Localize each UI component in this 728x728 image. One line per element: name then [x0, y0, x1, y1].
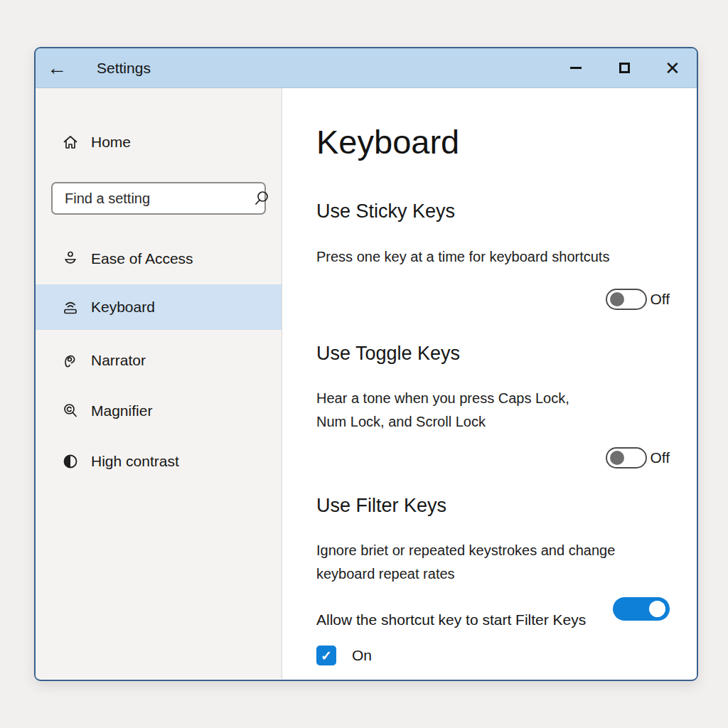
toggle-keys-toggle[interactable]: Off [606, 447, 670, 469]
sidebar-item-narrator[interactable]: Narrator [36, 342, 282, 379]
search-box[interactable] [51, 182, 266, 215]
filter-keys-description: Ignore briet or repeated keystrokes and … [316, 539, 656, 586]
sidebar-item-label: Ease of Access [91, 250, 193, 267]
main-content: Keyboard Use Sticky Keys Press one key a… [282, 88, 697, 679]
sidebar-item-label: Magnifier [91, 402, 152, 419]
home-icon [61, 133, 80, 151]
page-title: Keyboard [316, 122, 459, 161]
sidebar-item-label: High contrast [91, 453, 179, 470]
back-arrow-icon: ← [47, 57, 67, 79]
window-title: Settings [97, 60, 151, 77]
search-icon [253, 190, 270, 207]
toggle-state-label: Off [650, 449, 670, 466]
sidebar-item-label: Home [91, 134, 131, 151]
sticky-keys-toggle[interactable]: Off [606, 289, 670, 310]
high-contrast-icon [61, 452, 80, 471]
maximize-icon [619, 63, 630, 73]
magnifier-icon [61, 402, 80, 420]
sidebar-item-home[interactable]: Home [36, 124, 282, 161]
window-controls: ✕ [566, 58, 697, 78]
ease-of-access-icon [61, 250, 80, 268]
sidebar-item-label: Keyboard [91, 299, 155, 316]
toggle-knob [610, 451, 624, 465]
sidebar-item-keyboard[interactable]: Keyboard [36, 284, 282, 330]
minimize-button[interactable] [566, 58, 586, 78]
filter-keys-heading: Use Filter Keys [316, 495, 446, 517]
toggle-keys-heading: Use Toggle Keys [316, 343, 460, 365]
narrator-icon [61, 351, 80, 370]
close-icon: ✕ [665, 59, 680, 77]
checkbox-label: On [352, 647, 372, 664]
toggle-state-label: Off [650, 291, 670, 308]
toggle-knob [610, 292, 624, 306]
sticky-keys-heading: Use Sticky Keys [316, 200, 455, 223]
filter-keys-shortcut-label: Allow the shortcut key to start Filter K… [316, 611, 586, 628]
settings-window: ← Settings ✕ H [34, 47, 698, 681]
toggle-track [606, 447, 647, 469]
close-button[interactable]: ✕ [663, 58, 682, 78]
sidebar: Home Eas [36, 88, 282, 679]
sticky-keys-description: Press one key at a time for keyboard sho… [316, 245, 609, 269]
toggle-keys-description: Hear a tone when you press Caps Lock, Nu… [316, 387, 578, 434]
keyboard-icon [61, 298, 80, 316]
checkbox-checked-icon[interactable]: ✓ [316, 646, 336, 665]
toggle-track [606, 289, 647, 310]
sidebar-item-high-contrast[interactable]: High contrast [36, 443, 282, 480]
sidebar-item-magnifier[interactable]: Magnifier [36, 392, 282, 429]
filter-keys-on-checkbox-row[interactable]: ✓ On [316, 646, 372, 665]
toggle-knob [649, 601, 665, 617]
search-input[interactable] [65, 191, 253, 207]
sidebar-item-label: Narrator [91, 352, 146, 369]
title-bar: ← Settings ✕ [36, 48, 697, 88]
sidebar-item-ease-of-access[interactable]: Ease of Access [36, 240, 282, 277]
maximize-button[interactable] [614, 58, 634, 78]
back-button[interactable]: ← [36, 48, 78, 88]
minimize-icon [570, 67, 582, 69]
filter-keys-shortcut-toggle[interactable] [613, 597, 670, 621]
